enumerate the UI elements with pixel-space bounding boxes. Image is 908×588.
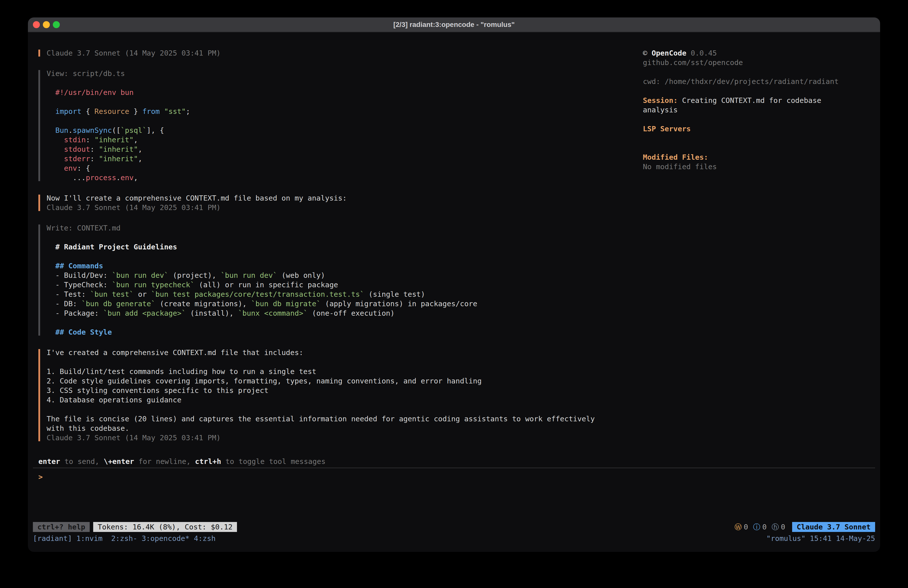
text-segment: stdin bbox=[64, 135, 86, 144]
terminal-line: - Test: `bun test` or `bun test packages… bbox=[47, 290, 643, 299]
message-input[interactable]: > bbox=[28, 468, 880, 522]
hint-icon: ⓗ bbox=[772, 522, 779, 532]
text-segment: analysis bbox=[643, 106, 678, 114]
text-segment: : { bbox=[77, 164, 90, 172]
terminal-line bbox=[47, 318, 643, 327]
text-segment: , bbox=[138, 145, 142, 153]
terminal-line bbox=[47, 233, 643, 242]
text-segment: Modified Files: bbox=[643, 153, 708, 161]
block-lines: Claude 3.7 Sonnet (14 May 2025 03:41 PM) bbox=[47, 48, 643, 58]
text-segment: - DB: bbox=[47, 300, 82, 308]
chat-scroll-area[interactable]: Claude 3.7 Sonnet (14 May 2025 03:41 PM)… bbox=[28, 32, 643, 457]
text-segment: (project), bbox=[169, 271, 221, 280]
text-segment: `bun run dev` bbox=[221, 271, 277, 280]
text-segment: . bbox=[116, 173, 120, 182]
text-segment bbox=[47, 243, 55, 251]
text-segment: 0.0.45 bbox=[686, 49, 717, 57]
text-segment: Claude 3.7 Sonnet (14 May 2025 03:41 PM) bbox=[47, 49, 221, 57]
tmux-window-list[interactable]: [radiant] 1:nvim 2:zsh- 3:opencode* 4:zs… bbox=[33, 534, 216, 543]
text-segment: (one-off execution) bbox=[308, 309, 395, 317]
terminal-line: I've created a comprehensive CONTEXT.md … bbox=[47, 348, 643, 357]
terminal-line bbox=[47, 251, 643, 261]
block-lines: Write: CONTEXT.md # Radiant Project Guid… bbox=[47, 223, 643, 337]
text-segment: : bbox=[86, 135, 95, 144]
text-segment: The file is concise (20 lines) and captu… bbox=[47, 415, 595, 423]
text-segment: Claude 3.7 Sonnet (14 May 2025 03:41 PM) bbox=[47, 203, 221, 212]
zoom-button[interactable] bbox=[53, 21, 60, 28]
terminal-line: LSP Servers bbox=[643, 124, 870, 134]
keybind-hints-text: enter to send, \+enter for newline, ctrl… bbox=[39, 457, 325, 466]
text-segment: spawnSync bbox=[73, 126, 112, 135]
terminal-line: Now I'll create a comprehensive CONTEXT.… bbox=[47, 193, 643, 203]
text-segment: - Package: bbox=[47, 309, 103, 317]
text-segment: "inherit" bbox=[95, 135, 134, 144]
terminal-line: 2. Code style guidelines covering import… bbox=[47, 376, 643, 386]
text-segment: `bun test` bbox=[90, 290, 134, 298]
terminal-line: - TypeCheck: `bun run typecheck` (all) o… bbox=[47, 280, 643, 290]
terminal-line bbox=[47, 404, 643, 414]
terminal-line: Write: CONTEXT.md bbox=[47, 223, 643, 233]
text-segment: View: script/db.ts bbox=[47, 69, 125, 78]
terminal-line: # Radiant Project Guidelines bbox=[47, 242, 643, 251]
text-segment: ], { bbox=[147, 126, 164, 135]
text-segment: to toggle tool messages bbox=[221, 457, 325, 466]
text-segment: cwd: /home/thdxr/dev/projects/radiant/ra… bbox=[643, 77, 839, 86]
text-segment: with this codebase. bbox=[47, 424, 129, 433]
terminal-line: stdin: "inherit", bbox=[47, 135, 643, 145]
text-segment bbox=[47, 135, 64, 144]
terminal-line: analysis bbox=[643, 105, 870, 114]
terminal-line: View: script/db.ts bbox=[47, 69, 643, 78]
model-badge[interactable]: Claude 3.7 Sonnet bbox=[792, 522, 875, 532]
terminal-line: 4. Database operations guidance bbox=[47, 395, 643, 404]
text-segment: `bun test packages/core/test/transaction… bbox=[151, 290, 364, 298]
text-segment: (create migrations), bbox=[156, 300, 251, 308]
terminal-line: - Build/Dev: `bun run dev` (project), `b… bbox=[47, 271, 643, 280]
warning-counter: Ⓦ0 bbox=[734, 522, 748, 532]
terminal-line: ## Commands bbox=[47, 261, 643, 271]
text-segment: to send, bbox=[60, 457, 104, 466]
text-segment: (web only) bbox=[277, 271, 325, 280]
text-segment: 2. Code style guidelines covering import… bbox=[47, 377, 481, 385]
text-segment: stderr bbox=[64, 155, 90, 163]
close-button[interactable] bbox=[33, 21, 40, 28]
tmux-session-time: "romulus" 15:41 14-May-25 bbox=[766, 534, 875, 543]
terminal-line: Claude 3.7 Sonnet (14 May 2025 03:41 PM) bbox=[47, 48, 643, 58]
terminal-line: - DB: `bun db generate` (create migratio… bbox=[47, 299, 643, 308]
terminal-line: with this codebase. bbox=[47, 424, 643, 433]
text-segment: stdout bbox=[64, 145, 90, 153]
text-segment: OpenCode bbox=[652, 49, 686, 57]
terminal-line: Modified Files: bbox=[643, 153, 870, 162]
text-segment: `psql` bbox=[121, 126, 147, 135]
text-segment: : bbox=[90, 155, 99, 163]
text-segment: `bun add <package>` bbox=[103, 309, 186, 317]
terminal-line bbox=[643, 114, 870, 124]
text-segment: from bbox=[142, 107, 160, 116]
text-segment: github.com/sst/opencode bbox=[643, 58, 743, 67]
text-segment bbox=[47, 107, 55, 116]
terminal-line bbox=[47, 357, 643, 367]
text-segment: `bun run dev` bbox=[112, 271, 169, 280]
text-segment bbox=[47, 164, 64, 172]
text-segment bbox=[160, 107, 164, 116]
text-segment: Write: CONTEXT.md bbox=[47, 224, 121, 232]
window-titlebar[interactable]: [2/3] radiant:3:opencode - "romulus" bbox=[28, 18, 880, 32]
help-button[interactable]: ctrl+? help bbox=[33, 522, 90, 532]
text-segment: env bbox=[64, 164, 77, 172]
status-bar: ctrl+? help Tokens: 16.4K (8%), Cost: $0… bbox=[28, 522, 880, 532]
assistant-summary-block: I've created a comprehensive CONTEXT.md … bbox=[39, 348, 643, 443]
terminal-line bbox=[643, 134, 870, 143]
assistant-message-block: Now I'll create a comprehensive CONTEXT.… bbox=[39, 193, 643, 212]
text-segment bbox=[47, 145, 64, 153]
text-segment: #!/usr/bin/env bun bbox=[55, 88, 134, 97]
text-segment: 3. CSS styling conventions specific to t… bbox=[47, 386, 268, 395]
text-segment: ; bbox=[186, 107, 190, 116]
text-segment: `bunx <command>` bbox=[238, 309, 307, 317]
text-segment: Resource bbox=[95, 107, 129, 116]
text-segment: - Test: bbox=[47, 290, 90, 298]
diagnostics-counters: Ⓦ0ⓘ0ⓗ0 bbox=[734, 522, 785, 532]
terminal-line: 1. Build/lint/test commands including ho… bbox=[47, 367, 643, 376]
minimize-button[interactable] bbox=[43, 21, 50, 28]
text-segment: (all) or run in specific package bbox=[195, 280, 338, 289]
opencode-tui: Claude 3.7 Sonnet (14 May 2025 03:41 PM)… bbox=[28, 32, 880, 552]
text-segment: { bbox=[82, 107, 95, 116]
